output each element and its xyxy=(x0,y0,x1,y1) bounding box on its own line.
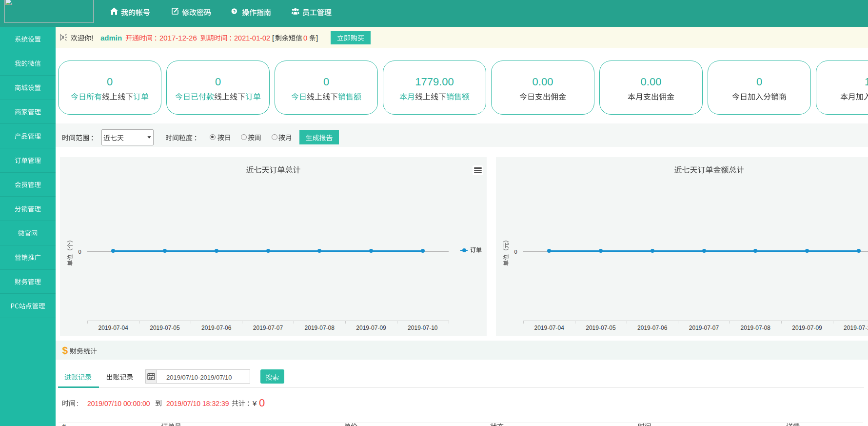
svg-text:2019-07-09: 2019-07-09 xyxy=(792,325,822,331)
svg-text:1: 1 xyxy=(865,76,868,88)
svg-text:0: 0 xyxy=(303,34,307,42)
svg-text:2019-07-05: 2019-07-05 xyxy=(150,325,180,331)
svg-text:1779.00: 1779.00 xyxy=(415,76,454,88)
svg-text:[: [ xyxy=(272,34,275,42)
svg-text:0: 0 xyxy=(259,397,265,409)
svg-text:¥: ¥ xyxy=(252,399,257,407)
svg-text:0: 0 xyxy=(756,76,762,88)
svg-text:2019-07-08: 2019-07-08 xyxy=(305,325,335,331)
svg-text:0: 0 xyxy=(107,76,113,88)
svg-text:2017-12-26: 2017-12-26 xyxy=(159,34,197,42)
svg-text:0: 0 xyxy=(323,76,329,88)
svg-text:#: # xyxy=(62,423,66,426)
svg-text:2019-07-10: 2019-07-10 xyxy=(408,325,438,331)
svg-text:2019/07/10 00:00:00: 2019/07/10 00:00:00 xyxy=(87,400,150,407)
svg-text:2019/07/10-2019/07/10: 2019/07/10-2019/07/10 xyxy=(166,374,232,381)
svg-text:?: ? xyxy=(233,9,236,14)
svg-text:0: 0 xyxy=(78,249,81,255)
svg-text::: : xyxy=(77,400,79,407)
svg-text:2019-07-07: 2019-07-07 xyxy=(689,325,719,331)
svg-text:2019-07-05: 2019-07-05 xyxy=(586,325,616,331)
svg-text:2019-07-04: 2019-07-04 xyxy=(534,325,565,331)
svg-text:2019/07/10 18:32:39: 2019/07/10 18:32:39 xyxy=(166,400,229,407)
svg-text:]: ] xyxy=(316,34,318,42)
svg-text:2019-07-08: 2019-07-08 xyxy=(741,325,771,331)
svg-text:2019-07-06: 2019-07-06 xyxy=(637,325,668,331)
svg-text:0: 0 xyxy=(215,76,221,88)
svg-text:2019-07-06: 2019-07-06 xyxy=(201,325,232,331)
svg-text:$: $ xyxy=(62,345,68,356)
svg-text:0: 0 xyxy=(514,249,517,255)
svg-text:2021-01-02: 2021-01-02 xyxy=(234,34,270,42)
svg-text:2019-07-09: 2019-07-09 xyxy=(356,325,386,331)
svg-text:0.00: 0.00 xyxy=(533,76,553,88)
svg-text:admin: admin xyxy=(100,34,122,42)
svg-text:2019-07-10: 2019-07-10 xyxy=(844,325,868,331)
svg-text:2019-07-04: 2019-07-04 xyxy=(99,325,129,331)
svg-text:2019-07-07: 2019-07-07 xyxy=(253,325,283,331)
svg-text:0.00: 0.00 xyxy=(641,76,662,88)
